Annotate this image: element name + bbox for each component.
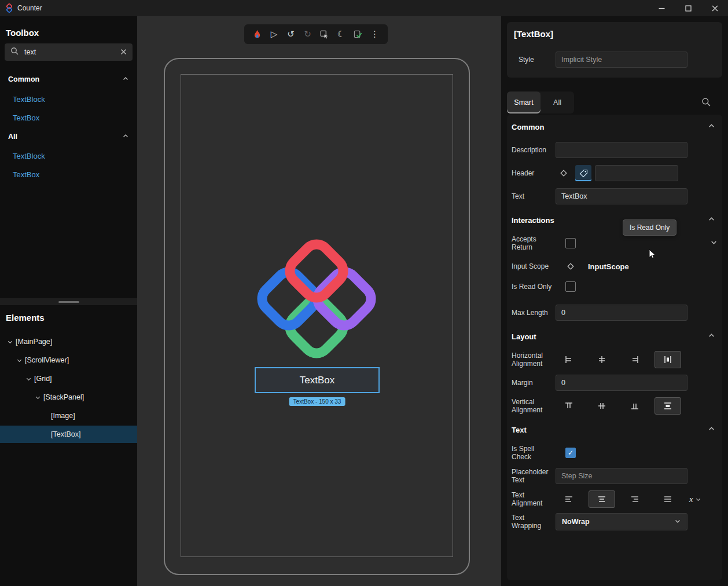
row-horizontal-alignment: Horizontal Alignment [512, 351, 718, 368]
play-icon[interactable]: ▷ [267, 27, 281, 41]
h-align-right-icon[interactable] [622, 351, 648, 368]
chevron-down-icon[interactable] [6, 339, 14, 345]
row-text-wrapping: Text Wrapping NoWrap [512, 513, 718, 530]
section-common[interactable]: Common [512, 120, 718, 134]
section-layout[interactable]: Layout [512, 329, 718, 343]
chevron-up-icon[interactable] [122, 133, 129, 141]
undo-icon[interactable]: ↺ [284, 27, 298, 41]
properties-search-icon[interactable] [701, 97, 711, 109]
toolbox-search[interactable] [5, 43, 133, 61]
more-options-icon[interactable]: ⋮ [368, 27, 382, 41]
row-accepts-return: Accepts Return [512, 235, 718, 251]
hot-reload-flame-icon[interactable] [251, 27, 264, 41]
margin-input[interactable] [556, 375, 687, 391]
chevron-down-icon[interactable] [15, 357, 23, 364]
placeholder-text-input[interactable] [556, 468, 687, 484]
toolbox-section-all[interactable]: All [0, 130, 137, 144]
tree-item-stackpanel[interactable]: [StackPanel] [0, 389, 137, 406]
chevron-up-icon[interactable] [708, 122, 715, 131]
redo-icon[interactable]: ↻ [301, 27, 315, 41]
toolbox-item-textbox-all[interactable]: TextBox [13, 170, 39, 179]
row-is-spell-check: Is Spell Check [512, 445, 718, 461]
tree-item-label: [TextBox] [51, 430, 80, 438]
canvas-textbox-text: TextBox [300, 375, 334, 386]
text-input[interactable] [556, 188, 687, 204]
row-input-scope: Input Scope InputScope [512, 258, 718, 274]
chevron-down-icon[interactable] [34, 394, 42, 401]
maximize-button[interactable] [675, 0, 701, 16]
elements-title: Elements [6, 313, 45, 323]
tab-smart[interactable]: Smart [507, 91, 541, 113]
close-button[interactable] [701, 0, 728, 16]
is-read-only-checkbox[interactable] [565, 281, 576, 292]
design-toolbar: ▷ ↺ ↻ ☾ ⋮ [244, 24, 388, 44]
header-label: Header [512, 169, 556, 177]
chevron-up-icon[interactable] [708, 215, 715, 225]
app-logo-icon [5, 3, 14, 15]
text-align-justify-icon[interactable] [655, 490, 681, 508]
binding-diamond-icon[interactable] [562, 258, 579, 274]
tree-item-mainpage[interactable]: [MainPage] [0, 333, 137, 350]
canvas-textbox-control[interactable]: TextBox [255, 367, 380, 393]
text-align-left-icon[interactable] [556, 490, 582, 508]
chevron-up-icon[interactable] [708, 332, 715, 341]
toolbox-item-textblock[interactable]: TextBlock [13, 95, 45, 104]
input-scope-value[interactable]: InputScope [588, 262, 629, 271]
toolbox-section-common[interactable]: Common [0, 72, 137, 86]
row-margin: Margin [512, 375, 718, 391]
is-spell-check-checkbox[interactable] [565, 448, 576, 458]
app-logo-image[interactable] [253, 235, 380, 365]
max-length-input[interactable] [556, 305, 687, 321]
accepts-return-checkbox[interactable] [565, 238, 576, 248]
section-interactions[interactable]: Interactions [512, 213, 718, 227]
is-read-only-tooltip: Is Read Only [623, 219, 676, 236]
chevron-up-icon[interactable] [122, 75, 129, 84]
header-input[interactable] [595, 165, 678, 181]
h-align-stretch-icon[interactable] [655, 351, 681, 368]
description-label: Description [512, 146, 556, 154]
font-dropdown[interactable]: x [689, 495, 701, 504]
inspect-icon[interactable] [318, 27, 332, 41]
text-align-center-icon[interactable] [589, 490, 615, 508]
tree-item-image[interactable]: [Image] [0, 407, 137, 424]
v-align-top-icon[interactable] [556, 397, 582, 415]
chevron-down-icon[interactable] [710, 238, 718, 248]
v-align-stretch-icon[interactable] [655, 397, 681, 415]
binding-diamond-icon[interactable] [556, 165, 572, 181]
section-text[interactable]: Text [512, 423, 718, 437]
validation-check-icon[interactable] [351, 27, 365, 41]
properties-panel: [TextBox] Style Smart All Common Descrip… [501, 16, 728, 586]
text-align-right-icon[interactable] [622, 490, 648, 508]
design-canvas[interactable]: ▷ ↺ ↻ ☾ ⋮ TextBox TextBox [137, 16, 501, 586]
h-align-center-icon[interactable] [589, 351, 615, 368]
tag-icon[interactable] [575, 165, 591, 181]
chevron-down-icon [674, 517, 681, 527]
title-bar: Counter [0, 0, 728, 16]
theme-toggle-icon[interactable]: ☾ [334, 27, 348, 41]
row-text: Text [512, 188, 718, 204]
accepts-return-label: Accepts Return [512, 235, 556, 251]
chevron-down-icon[interactable] [24, 376, 32, 382]
vertical-alignment-label: Vertical Alignment [512, 398, 556, 414]
text-label: Text [512, 192, 556, 200]
chevron-up-icon[interactable] [708, 425, 715, 434]
tab-all[interactable]: All [541, 91, 574, 113]
style-input[interactable] [556, 52, 687, 68]
tree-item-grid[interactable]: [Grid] [0, 370, 137, 387]
row-vertical-alignment: Vertical Alignment [512, 397, 718, 415]
toolbox-item-textbox[interactable]: TextBox [13, 113, 39, 122]
section-label: Layout [512, 332, 536, 341]
clear-search-icon[interactable] [120, 48, 127, 57]
tree-item-scrollviewer[interactable]: [ScrollViewer] [0, 351, 137, 369]
panel-splitter[interactable] [0, 298, 137, 305]
toolbox-item-textblock-all[interactable]: TextBlock [13, 152, 45, 160]
h-align-left-icon[interactable] [556, 351, 582, 368]
toolbox-search-input[interactable] [24, 48, 120, 56]
description-input[interactable] [556, 142, 687, 158]
max-length-label: Max Length [512, 309, 556, 317]
minimize-button[interactable] [648, 0, 675, 16]
text-wrapping-dropdown[interactable]: NoWrap [556, 513, 687, 530]
v-align-center-icon[interactable] [589, 397, 615, 415]
tree-item-textbox[interactable]: [TextBox] [0, 426, 137, 443]
v-align-bottom-icon[interactable] [622, 397, 648, 415]
